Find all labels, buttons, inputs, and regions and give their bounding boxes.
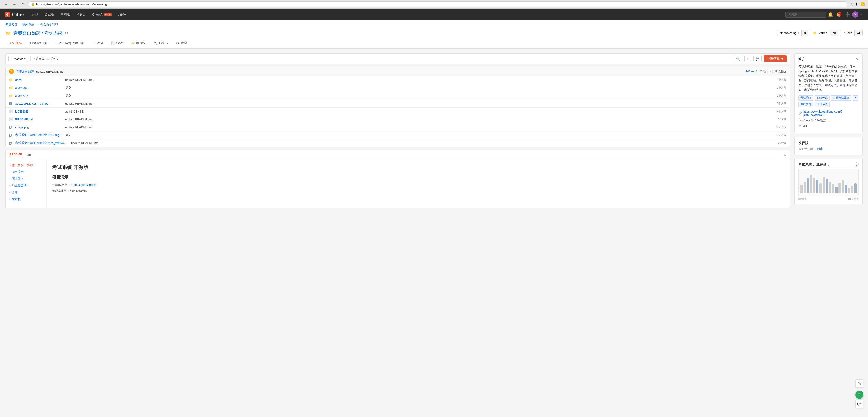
breadcrumb-item-build[interactable]: 建站系统 (23, 23, 34, 26)
readme-header: README MIT ✎ (6, 150, 789, 160)
chart-bar (858, 181, 859, 193)
release-create-link[interactable]: 创建 (817, 147, 823, 151)
tab-code[interactable]: </> 代码 (5, 38, 26, 48)
chart-bar (816, 180, 818, 193)
readme-nav-item-commercial[interactable]: 商业版本 (9, 177, 43, 181)
readme-nav-item-stack[interactable]: 技术栈 (9, 197, 43, 201)
branch-selector[interactable]: ⑂ master ▾ (8, 56, 28, 62)
file-row: 📄 LICENSE add LICENSE. 9个月前 (6, 108, 789, 115)
bookmark-button[interactable]: ☆ (849, 2, 853, 7)
url-text: https://gitee.com/youth-is-as-pale-as-po… (36, 2, 107, 6)
file-name-docs[interactable]: docs (15, 78, 61, 82)
nav-private[interactable]: 私有云 (73, 9, 89, 21)
file-time-license: 9个月前 (768, 110, 786, 113)
file-name-compare2[interactable]: 考试系统开源版与商业版对比_云帆培... (15, 141, 66, 145)
tab-readme[interactable]: README (9, 153, 22, 157)
comment-button[interactable]: 💬 (753, 56, 762, 62)
search-button[interactable]: 🔍 (734, 56, 742, 62)
commit-hash[interactable]: 7d8eeb0 (746, 70, 757, 73)
chart-bar (813, 178, 815, 193)
image-icon: 🖼 (9, 102, 13, 105)
sidebar-edit-icon[interactable]: ✎ (856, 58, 859, 61)
nav-opensource[interactable]: 开源 (29, 9, 41, 21)
readme-nav-item-opensource[interactable]: 考试系统 开源版 (9, 163, 43, 167)
avatar-dropdown[interactable]: ▾ (859, 9, 864, 21)
eval-help-icon[interactable]: ? (855, 163, 859, 167)
breadcrumb-item-opensource[interactable]: 开源项目 (5, 23, 17, 26)
commit-author[interactable]: 青春蒼白如詩 (16, 69, 34, 73)
nav-my[interactable]: 我的 ▾ (115, 9, 129, 21)
gitee-logo[interactable]: G Gitee (4, 12, 24, 17)
tab-mit[interactable]: MIT (27, 153, 32, 157)
folder-icon: 📁 (9, 78, 13, 82)
repo-actions: 👁 Watching ▾ 8 ⭐ Starred 70 ⑂ Fork 24 (777, 30, 863, 36)
sidebar-license: ⚖ MIT (798, 124, 859, 128)
watch-button[interactable]: 👁 Watching ▾ 8 (777, 30, 808, 36)
plus-icon[interactable]: ➕ (843, 9, 852, 21)
tag-online-edu[interactable]: 在线教育 (798, 102, 813, 107)
file-name-pic[interactable]: 3591699327718__pic.jpg (15, 102, 61, 105)
code-icon: </> (798, 119, 803, 122)
breadcrumb-item-school[interactable]: 学校/教学管理 (39, 23, 58, 26)
readme-edit-icon[interactable]: ✎ (783, 153, 786, 157)
file-name-exam-api[interactable]: exam-api (15, 86, 61, 90)
url-bar[interactable]: 🔒 https://gitee.com/youth-is-as-pale-as-… (28, 1, 847, 7)
tag-training[interactable]: 培训系统 (815, 102, 830, 107)
file-name-exam-vue[interactable]: exam-vue (15, 94, 61, 98)
file-name-image[interactable]: image.png (15, 126, 61, 129)
nav-enterprise[interactable]: 企业版 (41, 9, 57, 21)
forward-button[interactable]: → (11, 2, 18, 7)
fork-button[interactable]: ⑂ Fork 24 (840, 30, 863, 36)
commit-message: update README.md. (36, 70, 743, 73)
readme-nav-item-consult[interactable]: 商业版咨询 (9, 183, 43, 187)
settings-icon[interactable]: ⚙ (65, 31, 68, 35)
repo-owner-link[interactable]: 青春蒼白如詩 (13, 30, 41, 35)
search-input[interactable] (785, 11, 826, 18)
stats-icon: 📊 (111, 41, 115, 45)
logo-icon: G (4, 12, 10, 17)
readme-nav-item-demo[interactable]: 项目演示 (9, 170, 43, 174)
repo-name-link[interactable]: 考试系统 (44, 30, 63, 35)
main-content: ⑂ master ▾ ⑂ 分支 1 🏷 标签 0 🔍 + 💬 克隆/下载 ▼ (0, 49, 868, 213)
profile-button[interactable]: 😊 (860, 2, 865, 7)
file-name-readme[interactable]: README.md (15, 118, 61, 121)
tab-issues[interactable]: ! Issues 0 (26, 38, 51, 48)
star-button[interactable]: ⭐ Starred 70 (810, 30, 838, 36)
file-name-license[interactable]: LICENSE (15, 110, 61, 113)
tag-exam[interactable]: 考试系统 (798, 95, 813, 101)
nav-university[interactable]: 高校版 (57, 9, 73, 21)
bell-icon[interactable]: 🔔 (826, 9, 835, 21)
repo-header: 📁 青春蒼白如詩 / 考试系统 ⚙ 👁 Watching ▾ 8 ⭐ Starr… (0, 28, 868, 36)
sidebar-website-link[interactable]: 🔗 https://www.kaoshifeng.com/?plan=osyfd… (798, 110, 859, 116)
breadcrumb-sep1: > (19, 23, 22, 26)
file-icon: 📄 (9, 117, 13, 121)
tab-pullrequests[interactable]: ⑂ Pull Requests 0 (52, 38, 89, 48)
folder-icon: 📁 (9, 86, 13, 90)
tab-manage[interactable]: ⚙ 管理 (172, 38, 191, 48)
tags-stat[interactable]: 🏷 标签 0 (46, 57, 59, 61)
tag-online-exam-system[interactable]: 在线考试系统 (831, 95, 851, 101)
file-name-compare1[interactable]: 考试系统开源版与商业版对比.png (15, 133, 61, 137)
tab-service[interactable]: 🔧 服务 ▾ (150, 38, 172, 48)
reload-button[interactable]: ↻ (20, 2, 26, 7)
tab-wiki[interactable]: ☰ Wiki (88, 38, 107, 48)
release-title: 发行版 (798, 141, 859, 145)
readme-nav-item-intro[interactable]: 介绍 (9, 190, 43, 195)
avatar[interactable]: Y (852, 11, 859, 18)
commit-time: 20天前 (760, 70, 768, 73)
back-button[interactable]: ← (3, 2, 9, 7)
add-file-button[interactable]: + (744, 56, 751, 62)
tab-stats[interactable]: 📊 统计 (107, 38, 127, 48)
download-button[interactable]: ⬇ (855, 2, 859, 7)
tag-add[interactable]: + (853, 95, 859, 101)
gift-icon[interactable]: 🎁 (835, 9, 843, 21)
tab-pipeline[interactable]: ⚡ 流水线 (127, 38, 150, 48)
sidebar-intro-title: 简介 ✎ (798, 57, 859, 62)
clone-download-button[interactable]: 克隆/下载 ▼ (764, 55, 787, 62)
branches-stat[interactable]: ⑂ 分支 1 (33, 57, 44, 61)
readme-demo-link[interactable]: https://lite.yfhl.net (73, 183, 96, 186)
tag-online-exam[interactable]: 在线考试 (815, 95, 830, 101)
nav-giteeai[interactable]: Gitee AI NEW (89, 9, 115, 21)
branch-icon: ⑂ (11, 57, 13, 61)
eval-title: 考试系统 开源评估... ? (798, 163, 859, 167)
